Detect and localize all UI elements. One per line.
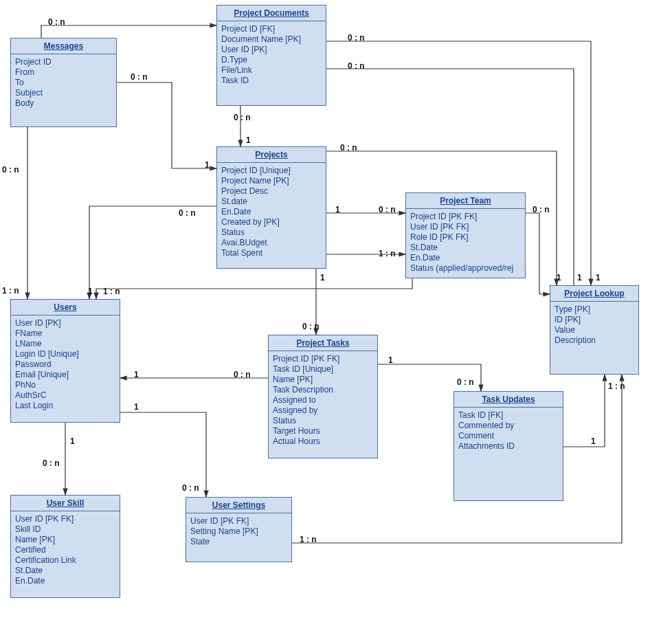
entity-projects-attrs: Project ID [Unique] Project Name [PK] Pr… <box>217 163 326 261</box>
card-msg-proj-end: 1 <box>205 160 210 170</box>
card-docs-proj-start: 0 : n <box>234 113 251 122</box>
entity-task-updates: Task Updates Task ID [FK] Commented by C… <box>453 391 563 501</box>
entity-project-lookup-title: Project Lookup <box>550 286 638 302</box>
card-tasks-users-start: 0 : n <box>234 370 251 379</box>
entity-project-documents-attrs: Project ID [FK] Document Name [PK] User … <box>217 21 326 89</box>
card-msg-users-start: 0 : n <box>2 165 19 175</box>
entity-user-skill-title: User Skill <box>11 496 120 511</box>
entity-project-tasks: Project Tasks Project ID [PK FK] Task ID… <box>268 335 378 458</box>
card-proj-tasks-start: 1 <box>320 273 325 282</box>
entity-task-updates-attrs: Task ID [FK] Commented by Comment Attach… <box>454 408 563 454</box>
card-users-proj-start: 0 : n <box>179 208 196 218</box>
entity-user-settings: User Settings User ID [PK FK] Setting Na… <box>186 497 292 562</box>
card-users-settings-start: 1 <box>134 402 139 412</box>
card-team-lookup-end: 1 <box>557 273 561 282</box>
card-docs-team-end: 1 <box>577 273 582 282</box>
entity-user-settings-title: User Settings <box>186 498 291 513</box>
card-users-skill-start: 1 <box>70 436 75 446</box>
card-proj-tasks-end: 0 : n <box>302 322 320 331</box>
card-msg-proj-start: 0 : n <box>131 72 148 82</box>
card-docs-lookup-start: 0 : n <box>348 33 365 43</box>
entity-messages: Messages Project ID From To Subject Body <box>10 38 117 127</box>
card-settings-lookup-start: 1 : n <box>300 535 317 544</box>
entity-project-lookup-attrs: Type [PK] ID [PK] Value Description <box>550 302 638 348</box>
entity-project-team-attrs: Project ID [PK FK] User ID [PK FK] Role … <box>406 209 525 276</box>
card-proj-team-start: 1 <box>335 205 340 214</box>
card-docs-proj-end: 1 <box>246 135 251 145</box>
card-tasks-users-end: 1 <box>134 370 139 379</box>
card-updates-lookup-end: 1 <box>591 436 596 446</box>
card-users-proj-end: 1 <box>88 287 93 296</box>
entity-project-documents: Project Documents Project ID [FK] Docume… <box>216 5 326 106</box>
entity-user-skill: User Skill User ID [PK FK] Skill ID Name… <box>10 495 120 598</box>
entity-project-lookup: Project Lookup Type [PK] ID [PK] Value D… <box>550 285 639 375</box>
card-proj-lookup-start: 0 : n <box>340 143 357 153</box>
entity-projects: Projects Project ID [Unique] Project Nam… <box>216 146 326 269</box>
entity-project-team-title: Project Team <box>406 193 525 209</box>
card-msg-docs-start: 0 : n <box>48 17 65 27</box>
card-msg-users-end: 1 : n <box>2 286 19 296</box>
card-proj-team-end2: 1 : n <box>379 249 396 258</box>
card-docs-team-start: 0 : n <box>348 61 365 71</box>
card-updates-lookup-start: 1 : n <box>608 381 625 391</box>
entity-project-documents-title: Project Documents <box>217 5 326 21</box>
card-users-settings-end: 0 : n <box>182 483 199 493</box>
entity-users-attrs: User ID [PK] FName LName Login ID [Uniqu… <box>11 315 120 414</box>
er-diagram-canvas: Messages Project ID From To Subject Body… <box>0 0 661 644</box>
card-tasks-updates-end: 0 : n <box>457 377 474 387</box>
card-team-lookup-start: 0 : n <box>533 205 550 214</box>
entity-messages-attrs: Project ID From To Subject Body <box>11 54 116 111</box>
entity-users-title: Users <box>11 300 120 315</box>
card-tasks-updates-start: 1 <box>388 355 393 365</box>
entity-user-settings-attrs: User ID [PK FK] Setting Name [PK] State <box>186 513 291 550</box>
entity-project-tasks-title: Project Tasks <box>269 335 377 351</box>
entity-project-team: Project Team Project ID [PK FK] User ID … <box>405 192 526 278</box>
entity-user-skill-attrs: User ID [PK FK] Skill ID Name [PK] Certi… <box>11 511 120 589</box>
entity-task-updates-title: Task Updates <box>454 392 563 408</box>
entity-projects-title: Projects <box>217 147 326 163</box>
card-users-skill-end: 0 : n <box>43 458 60 468</box>
entity-messages-title: Messages <box>11 38 116 54</box>
card-users-team-start: 1 : n <box>103 287 120 296</box>
card-proj-team-end: 0 : n <box>379 205 396 214</box>
entity-users: Users User ID [PK] FName LName Login ID … <box>10 299 120 423</box>
entity-project-tasks-attrs: Project ID [PK FK] Task ID [Unique] Name… <box>269 351 377 449</box>
card-docs-lookup-end: 1 <box>596 273 601 282</box>
